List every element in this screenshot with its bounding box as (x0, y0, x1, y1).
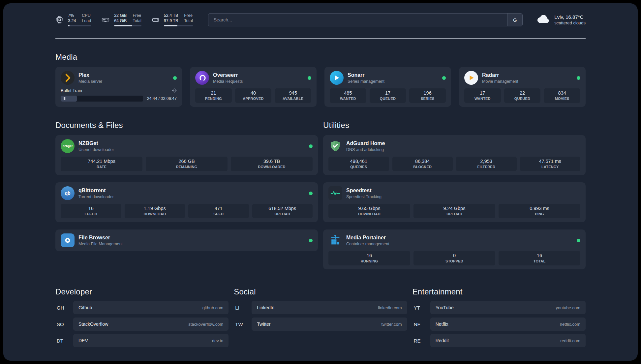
stat-label: UPLOAD (415, 212, 494, 216)
memory-free-value: 22 GiB (114, 13, 127, 18)
card-header: nzbget NZBGet Usenet downloader (61, 139, 313, 153)
stat-tile-running: 16 RUNNING (328, 251, 410, 265)
stat-value: 1.19 Gbps (126, 206, 184, 211)
app-card-overseerr[interactable]: Overseerr Media Requests 21 PENDING 40 A… (190, 67, 317, 107)
playback-progress-bar[interactable] (61, 96, 143, 102)
stat-label: LEECH (62, 212, 120, 216)
stat-value: 945 (276, 90, 310, 96)
bookmark-pill: YouTube youtube.com (430, 301, 586, 314)
stat-tile-queued: 17 QUEUED (370, 88, 406, 103)
bookmark-github[interactable]: GH Github github.com (55, 301, 229, 314)
bookmark-abbr: GH (55, 305, 69, 311)
radarr-icon (464, 71, 478, 85)
app-card-sonarr[interactable]: Sonarr Series management 485 WANTED 17 Q… (324, 67, 451, 107)
stat-value: 9.65 Gbps (330, 206, 409, 211)
bookmark-twitter[interactable]: TW Twitter twitter.com (234, 318, 407, 331)
app-card-portainer[interactable]: Media Portainer Container management 16 … (323, 229, 586, 269)
status-indicator-online (309, 239, 313, 242)
stat-value: 17 (466, 90, 500, 96)
bookmark-reddit[interactable]: RE Reddit reddit.com (412, 334, 586, 347)
cpu-load-value: 3.24 (68, 18, 76, 23)
stat-label: BLOCKED (394, 165, 452, 169)
bookmark-url: linkedin.com (378, 305, 402, 310)
stat-tile-pending: 21 PENDING (195, 88, 232, 103)
middle-columns: Documents & Files nzbget NZBGet Usenet d… (55, 107, 586, 269)
card-header: File Browser Media File Management (61, 233, 313, 247)
app-name: Speedtest (346, 187, 382, 194)
stat-label: APPROVED (236, 97, 270, 101)
stat-label: QUEUED (505, 97, 539, 101)
stat-label: LATENCY (521, 165, 579, 169)
bookmark-netflix[interactable]: NF Netflix netflix.com (412, 318, 586, 331)
app-text: NZBGet Usenet downloader (78, 140, 114, 152)
stat-tile-series: 196 SERIES (409, 88, 446, 103)
app-card-plex[interactable]: Plex Media server Bullet Train (55, 67, 182, 107)
bookmarks-entertainment: Entertainment YT YouTube youtube.com NF … (412, 287, 586, 350)
stat-tile-seed: 471 SEED (188, 204, 249, 218)
app-name: AdGuard Home (346, 140, 385, 146)
bookmark-name: Netflix (436, 321, 448, 327)
stat-tile-download: 1.19 Gbps DOWNLOAD (125, 204, 185, 218)
stat-value: 2,953 (457, 159, 515, 164)
app-card-adguard[interactable]: AdGuard Home DNS and adblocking 498,461 … (323, 135, 586, 175)
settings-gear-icon[interactable] (172, 88, 177, 93)
now-playing-title: Bullet Train (61, 88, 82, 93)
stat-label: UPLOAD (254, 212, 312, 216)
status-indicator-online (173, 76, 177, 80)
app-card-nzbget[interactable]: nzbget NZBGet Usenet downloader 744.21 M… (55, 135, 318, 175)
app-card-speedtest[interactable]: Speedtest Speedtest Tracking 9.65 Gbps D… (323, 182, 586, 222)
stat-value: 0 (415, 253, 494, 258)
bookmark-abbr: YT (412, 305, 426, 311)
stat-tile-approved: 40 APPROVED (235, 88, 272, 103)
stat-value: 86,384 (394, 159, 452, 164)
stat-label: RUNNING (330, 259, 409, 263)
section-title-media: Media (55, 52, 586, 62)
bookmark-linkedin[interactable]: LI LinkedIn linkedin.com (234, 301, 407, 314)
app-card-filebrowser[interactable]: File Browser Media File Management (55, 229, 318, 251)
app-card-qbittorrent[interactable]: qb qBittorrent Torrent downloader 16 (55, 182, 318, 222)
playback-time: 24:44 / 02:06:47 (147, 96, 177, 101)
search-provider-button[interactable]: G (507, 14, 522, 26)
search-input[interactable] (208, 14, 507, 26)
header-divider (55, 38, 586, 39)
bookmark-url: github.com (202, 305, 224, 310)
stat-label: QUERIES (330, 165, 388, 169)
utilities-cards: AdGuard Home DNS and adblocking 498,461 … (323, 135, 586, 269)
stat-tile-queries: 498,461 QUERIES (328, 157, 389, 171)
portainer-icon (328, 233, 342, 247)
section-title-entertainment: Entertainment (412, 287, 586, 296)
weather-location: Lviv, 16.87°C (554, 14, 586, 20)
bookmark-dev[interactable]: DT DEV dev.to (55, 334, 229, 347)
app-text: Plex Media server (78, 72, 102, 84)
disk-widget: 52.4 TB Free 97.9 TB Total (151, 13, 193, 26)
qbittorrent-icon-text: qb (65, 191, 70, 196)
bookmark-url: twitter.com (382, 322, 402, 327)
pause-icon[interactable] (64, 97, 66, 100)
stats-row: 16 LEECH 1.19 Gbps DOWNLOAD 471 SEED (61, 204, 313, 218)
stat-tile-available: 945 AVAILABLE (275, 88, 311, 103)
stats-row: 744.21 Mbps RATE 266 GB REMAINING 39.6 T… (61, 157, 313, 171)
bookmark-pill: DEV dev.to (73, 334, 229, 347)
qbittorrent-icon: qb (61, 186, 75, 200)
stat-value: 9.24 Gbps (415, 206, 494, 211)
bookmark-youtube[interactable]: YT YouTube youtube.com (412, 301, 586, 314)
utilities-column: Utilities (323, 107, 586, 269)
app-description: Container management (346, 242, 389, 246)
stat-value: 16 (62, 206, 120, 211)
adguard-icon (328, 139, 342, 153)
card-header: qb qBittorrent Torrent downloader (61, 186, 313, 200)
documents-column: Documents & Files nzbget NZBGet Usenet d… (55, 107, 318, 251)
app-card-radarr[interactable]: Radarr Movie management 17 WANTED 22 QUE… (459, 67, 586, 107)
app-description: Series management (348, 79, 384, 84)
stat-value: 834 (545, 90, 579, 96)
memory-free-label: Free (133, 13, 141, 18)
memory-total-value: 64 GiB (114, 18, 127, 23)
bookmark-stackoverflow[interactable]: SO StackOverflow stackoverflow.com (55, 318, 229, 331)
card-header: Media Portainer Container management (328, 233, 580, 247)
stat-tile-total: 16 TOTAL (499, 251, 580, 265)
app-text: Speedtest Speedtest Tracking (346, 187, 382, 199)
stat-value: 618.52 Mbps (254, 206, 312, 211)
cpu-usage-label: CPU (82, 13, 91, 18)
bookmarks-social: Social LI LinkedIn linkedin.com TW Twitt… (234, 287, 407, 350)
cpu-widget: 7% CPU 3.24 Load (55, 13, 91, 26)
